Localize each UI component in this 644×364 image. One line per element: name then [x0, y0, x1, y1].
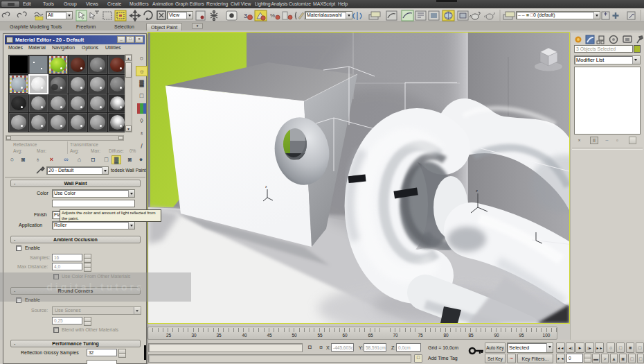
- svg-text:z: z: [476, 189, 478, 193]
- svg-text:%: %: [270, 12, 275, 19]
- svg-text:3: 3: [244, 12, 247, 19]
